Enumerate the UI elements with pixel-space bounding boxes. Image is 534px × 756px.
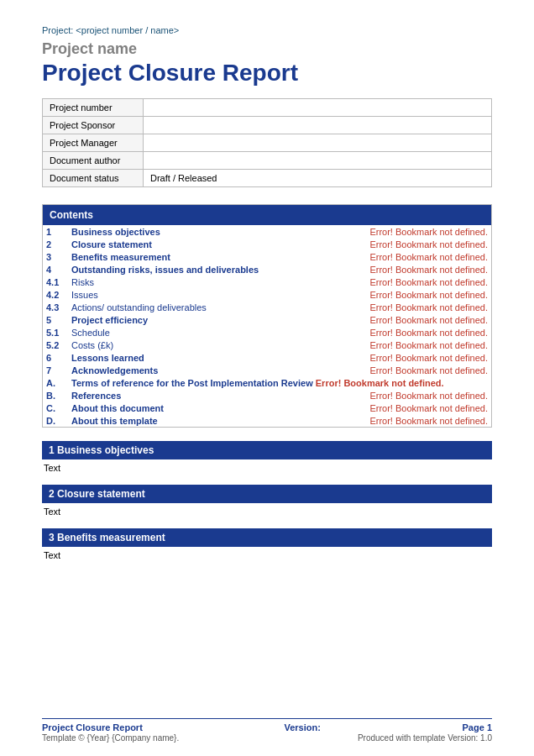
toc-num: B.	[46, 391, 71, 401]
toc-num: 6	[46, 353, 71, 363]
info-table: Project numberProject SponsorProject Man…	[42, 98, 492, 187]
project-ref: Project: <project number / name>	[42, 25, 492, 35]
toc-label[interactable]: Actions/ outstanding deliverables	[71, 302, 369, 312]
info-table-row: Document statusDraft / Released	[43, 170, 492, 187]
section-body: Text	[42, 550, 492, 560]
toc-label[interactable]: Costs (£k)	[71, 340, 369, 350]
section-header: 1 Business objectives	[42, 441, 492, 459]
toc-row: D.About this templateError! Bookmark not…	[43, 414, 491, 427]
toc-label[interactable]: Terms of reference for the Post Implemen…	[71, 378, 488, 388]
toc-error: Error! Bookmark not defined.	[369, 328, 488, 338]
info-value	[144, 99, 492, 117]
toc-error: Error! Bookmark not defined.	[369, 340, 488, 350]
toc-row: 2Closure statementError! Bookmark not de…	[43, 238, 491, 250]
toc-row: 3Benefits measurementError! Bookmark not…	[43, 250, 491, 263]
toc-error: Error! Bookmark not defined.	[369, 277, 488, 287]
toc-num: 1	[46, 227, 71, 237]
info-value	[144, 152, 492, 170]
toc-num: 4	[46, 265, 71, 275]
toc-num: A.	[46, 378, 71, 388]
section-body: Text	[42, 507, 492, 517]
toc-row: 7AcknowledgementsError! Bookmark not def…	[43, 364, 491, 376]
toc-num: 3	[46, 252, 71, 262]
info-value	[144, 117, 492, 134]
toc-error: Error! Bookmark not defined.	[369, 239, 488, 249]
toc-label[interactable]: About this template	[71, 416, 369, 426]
info-value	[144, 134, 492, 152]
toc-error: Error! Bookmark not defined.	[369, 252, 488, 262]
section-header: 3 Benefits measurement	[42, 528, 492, 547]
toc-label[interactable]: Issues	[71, 290, 369, 300]
toc-label[interactable]: References	[71, 391, 369, 401]
toc-label[interactable]: Outstanding risks, issues and deliverabl…	[71, 265, 369, 275]
toc-label[interactable]: About this document	[71, 403, 369, 413]
toc-row: A.Terms of reference for the Post Implem…	[43, 376, 491, 389]
info-label: Project Manager	[43, 134, 144, 152]
section-body: Text	[42, 463, 492, 473]
toc-row: 5.1ScheduleError! Bookmark not defined.	[43, 326, 491, 339]
toc-num: 4.3	[46, 302, 71, 312]
footer-center-sub: Produced with template Version: 1.0	[358, 733, 492, 743]
toc-label[interactable]: Business objectives	[71, 227, 369, 237]
footer-right-bold: Page 1	[463, 722, 492, 732]
toc-label[interactable]: Risks	[71, 277, 369, 287]
toc-label[interactable]: Project efficiency	[71, 315, 369, 325]
toc-row: 5Project efficiencyError! Bookmark not d…	[43, 313, 491, 326]
toc-error: Error! Bookmark not defined.	[369, 315, 488, 325]
toc-row: 6Lessons learnedError! Bookmark not defi…	[43, 351, 491, 364]
contents-block: Contents 1Business objectivesError! Book…	[42, 204, 492, 428]
page: Project: <project number / name> Project…	[0, 0, 534, 756]
toc-num: 5.2	[46, 340, 71, 350]
info-value: Draft / Released	[144, 170, 492, 187]
info-label: Project Sponsor	[43, 117, 144, 134]
info-label: Document status	[43, 170, 144, 187]
info-table-row: Project number	[43, 99, 492, 117]
toc-label[interactable]: Schedule	[71, 328, 369, 338]
toc-num: 5.1	[46, 328, 71, 338]
toc-error: Error! Bookmark not defined.	[369, 227, 488, 237]
info-label: Document author	[43, 152, 144, 170]
toc-row: 1Business objectivesError! Bookmark not …	[43, 225, 491, 238]
toc-num: 5	[46, 315, 71, 325]
toc-row: C.About this documentError! Bookmark not…	[43, 402, 491, 414]
info-table-row: Project Sponsor	[43, 117, 492, 134]
footer-center-bold: Version:	[284, 722, 320, 732]
toc-error: Error! Bookmark not defined.	[369, 403, 488, 413]
toc-error: Error! Bookmark not defined.	[369, 416, 488, 426]
toc-error: Error! Bookmark not defined.	[369, 302, 488, 312]
toc-row: 4.2IssuesError! Bookmark not defined.	[43, 288, 491, 301]
toc-num: 7	[46, 365, 71, 375]
contents-heading: Contents	[43, 205, 491, 225]
toc-error: Error! Bookmark not defined.	[369, 391, 488, 401]
footer-left-bold: Project Closure Report	[42, 722, 143, 732]
project-name: Project name	[42, 40, 492, 58]
footer: Project Closure Report Version: Page 1 T…	[42, 718, 492, 743]
toc-num: D.	[46, 416, 71, 426]
toc-label[interactable]: Acknowledgements	[71, 365, 369, 375]
info-table-row: Document author	[43, 152, 492, 170]
toc-row: B.ReferencesError! Bookmark not defined.	[43, 389, 491, 402]
section-header: 2 Closure statement	[42, 485, 492, 503]
footer-left-sub: Template © {Year} {Company name}.	[42, 733, 179, 743]
toc-error: Error! Bookmark not defined.	[313, 378, 444, 388]
toc-num: 4.1	[46, 277, 71, 287]
toc-label[interactable]: Closure statement	[71, 239, 369, 249]
info-table-row: Project Manager	[43, 134, 492, 152]
toc-error: Error! Bookmark not defined.	[369, 353, 488, 363]
toc-num: C.	[46, 403, 71, 413]
toc-error: Error! Bookmark not defined.	[369, 365, 488, 375]
toc-row: 4Outstanding risks, issues and deliverab…	[43, 263, 491, 276]
info-label: Project number	[43, 99, 144, 117]
toc-label[interactable]: Benefits measurement	[71, 252, 369, 262]
toc-error: Error! Bookmark not defined.	[369, 290, 488, 300]
toc-num: 2	[46, 239, 71, 249]
toc-error: Error! Bookmark not defined.	[369, 265, 488, 275]
report-title: Project Closure Report	[42, 60, 492, 87]
toc-row: 4.3Actions/ outstanding deliverablesErro…	[43, 301, 491, 313]
toc-row: 4.1RisksError! Bookmark not defined.	[43, 276, 491, 288]
toc-label[interactable]: Lessons learned	[71, 353, 369, 363]
toc-row: 5.2Costs (£k)Error! Bookmark not defined…	[43, 339, 491, 351]
toc-num: 4.2	[46, 290, 71, 300]
